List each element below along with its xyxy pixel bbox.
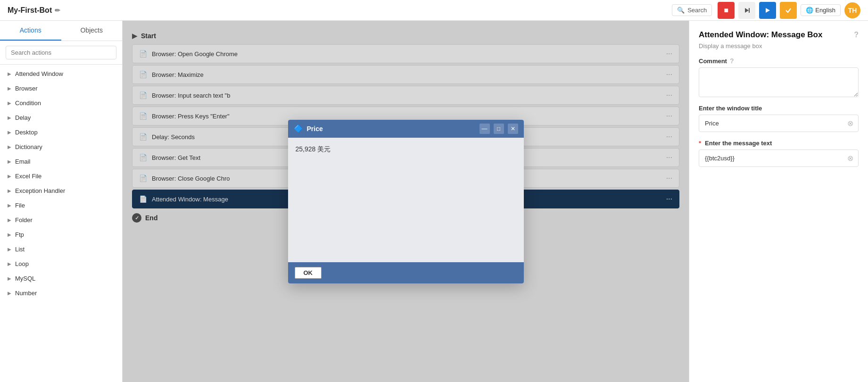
sidebar-item-excel-file[interactable]: ▶ Excel File bbox=[0, 169, 122, 183]
sidebar-list: ▶ Attended Window ▶ Browser ▶ Condition … bbox=[0, 65, 122, 382]
message-label-text: Enter the message text bbox=[705, 140, 772, 147]
sidebar-item-ftp[interactable]: ▶ Ftp bbox=[0, 227, 122, 242]
modal-ok-button[interactable]: OK bbox=[295, 267, 322, 279]
lang-label: English bbox=[815, 7, 835, 14]
main-layout: Actions Objects ▶ Attended Window ▶ Brow… bbox=[0, 21, 868, 382]
play-button[interactable] bbox=[759, 2, 776, 19]
modal-titlebar: 🔷 Price — □ ✕ bbox=[288, 120, 524, 138]
sidebar-item-label: Dictionary bbox=[15, 143, 42, 150]
modal-footer: OK bbox=[288, 262, 524, 283]
stop-button[interactable]: ■ bbox=[718, 2, 735, 19]
sidebar-item-folder[interactable]: ▶ Folder bbox=[0, 213, 122, 227]
modal-title-icon: 🔷 bbox=[294, 124, 303, 133]
modal-title: Price bbox=[307, 125, 476, 133]
search-icon: 🔍 bbox=[677, 7, 685, 14]
window-title-input[interactable] bbox=[699, 116, 843, 131]
sidebar-item-file[interactable]: ▶ File bbox=[0, 198, 122, 213]
user-avatar[interactable]: TH bbox=[844, 2, 860, 18]
sidebar: Actions Objects ▶ Attended Window ▶ Brow… bbox=[0, 21, 123, 382]
app-title: My-First-Bot bbox=[8, 6, 52, 15]
panel-title: Attended Window: Message Box ? bbox=[699, 30, 859, 40]
window-title-label: Enter the window title bbox=[699, 105, 859, 112]
sidebar-item-label: Condition bbox=[15, 100, 41, 107]
globe-icon: 🌐 bbox=[806, 7, 813, 14]
svg-marker-2 bbox=[766, 8, 770, 13]
chevron-icon: ▶ bbox=[8, 276, 11, 281]
message-input[interactable] bbox=[699, 151, 843, 166]
sidebar-item-label: Exception Handler bbox=[15, 187, 65, 194]
sidebar-item-list[interactable]: ▶ List bbox=[0, 242, 122, 257]
panel-title-text: Attended Window: Message Box bbox=[699, 30, 822, 40]
required-star: * bbox=[699, 140, 701, 147]
chevron-icon: ▶ bbox=[8, 115, 11, 120]
modal-maximize-button[interactable]: □ bbox=[494, 124, 504, 134]
window-title-label-text: Enter the window title bbox=[699, 105, 762, 112]
sidebar-item-label: File bbox=[15, 202, 25, 209]
panel-subtitle: Display a message box bbox=[699, 42, 859, 50]
topbar: My-First-Bot ✏ 🔍 Search ■ 🌐 English TH bbox=[0, 0, 868, 21]
modal-minimize-button[interactable]: — bbox=[479, 124, 490, 134]
sidebar-item-exception-handler[interactable]: ▶ Exception Handler bbox=[0, 183, 122, 198]
window-title-input-row: ⊗ bbox=[699, 115, 859, 132]
chevron-icon: ▶ bbox=[8, 174, 11, 179]
canvas-area: ▶ Start 📄 Browser: Open Google Chrome ··… bbox=[123, 21, 689, 382]
sidebar-item-label: Ftp bbox=[15, 231, 24, 238]
modal-text: 25,928 美元 bbox=[294, 143, 518, 257]
sidebar-item-number[interactable]: ▶ Number bbox=[0, 286, 122, 300]
window-title-clear-icon[interactable]: ⊗ bbox=[843, 115, 858, 132]
comment-help-icon[interactable]: ? bbox=[730, 57, 734, 65]
panel-help-icon[interactable]: ? bbox=[854, 31, 859, 39]
chevron-icon: ▶ bbox=[8, 159, 11, 164]
chevron-icon: ▶ bbox=[8, 291, 11, 296]
modal-close-button[interactable]: ✕ bbox=[508, 124, 518, 134]
sidebar-item-label: Email bbox=[15, 158, 31, 165]
search-actions-input[interactable] bbox=[6, 46, 116, 59]
sidebar-item-condition[interactable]: ▶ Condition bbox=[0, 96, 122, 110]
topbar-search[interactable]: 🔍 Search bbox=[672, 4, 712, 16]
sidebar-item-label: Desktop bbox=[15, 129, 38, 136]
search-label: Search bbox=[687, 7, 707, 14]
message-label: * Enter the message text bbox=[699, 140, 859, 147]
chevron-icon: ▶ bbox=[8, 144, 11, 149]
chevron-icon: ▶ bbox=[8, 130, 11, 135]
sidebar-search-area bbox=[0, 41, 122, 65]
sidebar-item-label: MySQL bbox=[15, 275, 35, 282]
sidebar-tabs: Actions Objects bbox=[0, 21, 122, 41]
sidebar-item-label: Loop bbox=[15, 260, 29, 267]
sidebar-item-attended-window[interactable]: ▶ Attended Window bbox=[0, 66, 122, 81]
sidebar-item-label: Attended Window bbox=[15, 70, 63, 77]
comment-label: Comment ? bbox=[699, 57, 859, 65]
sidebar-item-label: Excel File bbox=[15, 173, 41, 180]
svg-marker-0 bbox=[745, 8, 749, 13]
sidebar-item-dictionary[interactable]: ▶ Dictionary bbox=[0, 140, 122, 154]
sidebar-item-delay[interactable]: ▶ Delay bbox=[0, 110, 122, 125]
chevron-icon: ▶ bbox=[8, 100, 11, 106]
sidebar-item-browser[interactable]: ▶ Browser bbox=[0, 81, 122, 96]
check-button[interactable] bbox=[780, 2, 797, 19]
modal-dialog: 🔷 Price — □ ✕ 25,928 美元 OK bbox=[288, 120, 524, 283]
chevron-icon: ▶ bbox=[8, 188, 11, 193]
sidebar-item-loop[interactable]: ▶ Loop bbox=[0, 257, 122, 271]
edit-title-icon[interactable]: ✏ bbox=[55, 7, 60, 14]
chevron-icon: ▶ bbox=[8, 86, 11, 91]
tab-objects[interactable]: Objects bbox=[61, 21, 123, 41]
sidebar-item-label: Browser bbox=[15, 85, 38, 92]
message-clear-icon[interactable]: ⊗ bbox=[843, 150, 858, 166]
chevron-icon: ▶ bbox=[8, 247, 11, 252]
chevron-icon: ▶ bbox=[8, 232, 11, 237]
tab-actions[interactable]: Actions bbox=[0, 21, 61, 41]
chevron-icon: ▶ bbox=[8, 261, 11, 266]
svg-rect-1 bbox=[749, 8, 750, 13]
modal-content: 25,928 美元 bbox=[288, 138, 524, 262]
sidebar-item-email[interactable]: ▶ Email bbox=[0, 154, 122, 169]
right-panel: Attended Window: Message Box ? Display a… bbox=[689, 21, 868, 382]
sidebar-item-mysql[interactable]: ▶ MySQL bbox=[0, 271, 122, 286]
sidebar-item-label: Number bbox=[15, 290, 37, 297]
app-title-area: My-First-Bot ✏ bbox=[8, 6, 666, 15]
language-selector[interactable]: 🌐 English bbox=[801, 4, 841, 16]
modal-overlay: 🔷 Price — □ ✕ 25,928 美元 OK bbox=[123, 21, 689, 382]
comment-input[interactable] bbox=[699, 67, 859, 97]
sidebar-item-label: List bbox=[15, 246, 25, 253]
sidebar-item-desktop[interactable]: ▶ Desktop bbox=[0, 125, 122, 140]
step-button[interactable] bbox=[738, 2, 755, 19]
